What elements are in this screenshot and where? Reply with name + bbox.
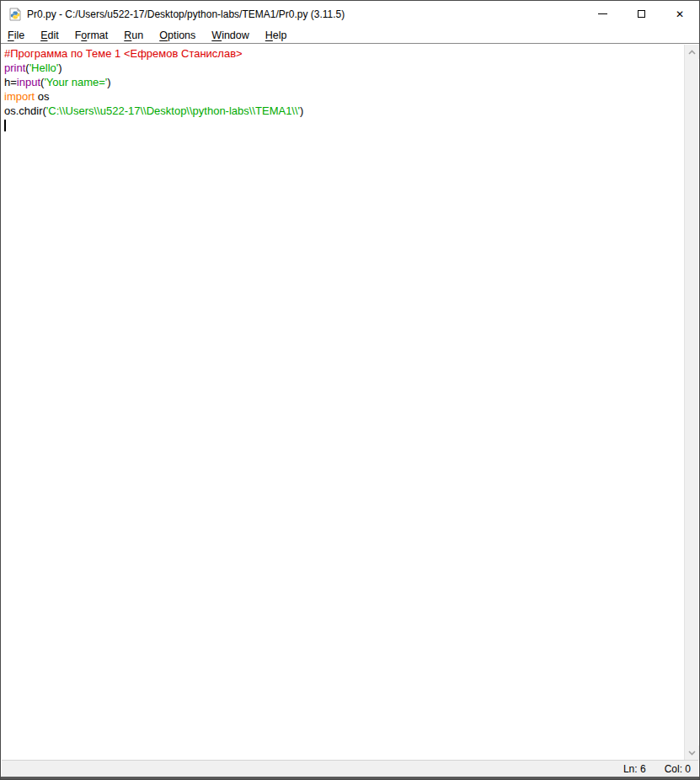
python-file-icon — [8, 8, 22, 21]
menu-item-run[interactable]: Run — [119, 28, 148, 43]
chevron-down-icon — [688, 751, 696, 756]
vertical-scrollbar[interactable] — [684, 45, 698, 760]
text-cursor — [4, 120, 6, 131]
maximize-icon — [638, 10, 645, 18]
menu-item-edit[interactable]: Edit — [35, 28, 64, 43]
menu-item-options[interactable]: Options — [154, 28, 200, 43]
idle-editor-window: Pr0.py - C:/Users/u522-17/Desktop/python… — [0, 0, 700, 780]
status-col-indicator: Col: 0 — [665, 763, 691, 775]
scroll-down-button[interactable] — [685, 745, 699, 760]
code-line: import os — [4, 89, 684, 104]
window-title: Pr0.py - C:/Users/u522-17/Desktop/python… — [27, 8, 583, 20]
maximize-button[interactable] — [622, 1, 660, 27]
title-bar[interactable]: Pr0.py - C:/Users/u522-17/Desktop/python… — [1, 1, 699, 27]
menu-item-file[interactable]: File — [3, 28, 29, 43]
chevron-up-icon — [688, 50, 696, 55]
menu-bar: FileEditFormatRunOptionsWindowHelp — [1, 27, 699, 44]
code-line: os.chdir('C:\\Users\\u522-17\\Desktop\\p… — [4, 104, 684, 118]
code-line: h=input('Your name=') — [4, 75, 684, 89]
menu-item-window[interactable]: Window — [206, 28, 254, 43]
close-icon: ✕ — [676, 9, 684, 19]
code-editor[interactable]: #Программа по Теме 1 <Ефремов Станислав>… — [2, 45, 684, 760]
status-line-indicator: Ln: 6 — [623, 763, 646, 775]
caption-buttons: ✕ — [583, 1, 699, 27]
close-button[interactable]: ✕ — [660, 1, 699, 27]
scroll-up-button[interactable] — [685, 45, 699, 59]
code-line — [4, 118, 684, 132]
menu-item-format[interactable]: Format — [70, 28, 114, 43]
status-bar: Ln: 6 Col: 0 — [2, 760, 698, 777]
code-line: #Программа по Теме 1 <Ефремов Станислав> — [4, 46, 684, 61]
minimize-button[interactable] — [583, 1, 622, 27]
code-line: print('Hello') — [4, 61, 684, 75]
window-bottom-edge — [1, 777, 699, 779]
code-lines: #Программа по Теме 1 <Ефремов Станислав>… — [2, 45, 684, 132]
minimize-icon — [598, 13, 607, 14]
menu-item-help[interactable]: Help — [260, 28, 292, 43]
